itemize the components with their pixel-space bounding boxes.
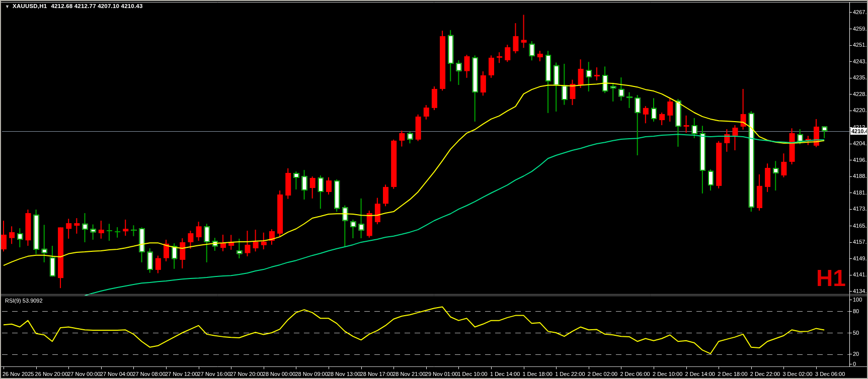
trading-chart-window: ▼XAUUSD,H14212.68 4212.77 4207.10 4210.4… bbox=[0, 0, 868, 379]
chart-canvas[interactable] bbox=[1, 1, 867, 378]
